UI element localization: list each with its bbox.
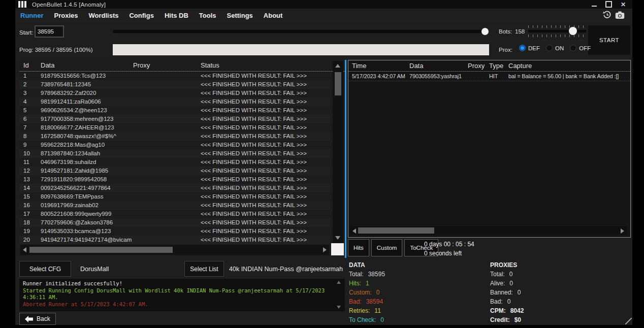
- prox-options: DEFONOFF: [519, 45, 591, 51]
- result-row[interactable]: 137291911820:9899542058<<< FINISHED WITH…: [19, 175, 330, 184]
- log-scroll-down-icon[interactable]: [337, 306, 341, 309]
- menu-item-proxies[interactable]: Proxies: [54, 12, 78, 19]
- start-slider-knob[interactable]: [481, 28, 489, 35]
- col-id: Id: [23, 60, 29, 71]
- prox-label: Prox:: [499, 47, 512, 53]
- results-header: Id Data Proxy Status: [19, 60, 345, 72]
- tab-custom[interactable]: Custom: [371, 239, 403, 256]
- result-row[interactable]: 39789683292:Zaf2020<<< FINISHED WITH RES…: [19, 89, 330, 97]
- scroll-left-icon[interactable]: [23, 247, 26, 252]
- horizontal-scroll-thumb[interactable]: [29, 247, 173, 253]
- maximize-icon[interactable]: [605, 1, 612, 8]
- menu-item-runner[interactable]: Runner: [20, 12, 44, 19]
- result-row[interactable]: 1918795315656:Tcs@123<<< FINISHED WITH R…: [19, 72, 330, 80]
- scroll-right-icon[interactable]: [621, 228, 624, 234]
- stat-proxies-bad: Bad:0: [490, 297, 524, 306]
- result-row[interactable]: 110469673198:suhailzd<<< FINISHED WITH R…: [19, 158, 330, 167]
- hits-horizontal-scrollbar[interactable]: [350, 226, 627, 235]
- scroll-down-icon[interactable]: [335, 236, 340, 240]
- scroll-left-icon[interactable]: [352, 228, 356, 234]
- back-button[interactable]: Back: [19, 313, 56, 325]
- result-row[interactable]: 49819912411:zaRa0606<<< FINISHED WITH RE…: [19, 97, 330, 106]
- panel-splitter[interactable]: [345, 60, 346, 258]
- col-type: Type: [489, 60, 503, 71]
- results-rows: 1918795315656:Tcs@123<<< FINISHED WITH R…: [19, 72, 330, 244]
- scroll-up-icon[interactable]: [335, 64, 340, 68]
- result-row[interactable]: 129149527181:Zahid@1985<<< FINISHED WITH…: [19, 167, 330, 175]
- history-icon[interactable]: [603, 11, 611, 19]
- result-row[interactable]: 78180066677:ZAHEER@123<<< FINISHED WITH …: [19, 123, 330, 132]
- menu-item-settings[interactable]: Settings: [227, 12, 253, 19]
- tab-hits[interactable]: Hits: [348, 239, 369, 256]
- col-proxy: Proxy: [468, 60, 485, 71]
- menu-item-configs[interactable]: Configs: [129, 12, 153, 19]
- menu-item-wordlists[interactable]: Wordlists: [88, 12, 118, 19]
- minimize-icon[interactable]: [592, 6, 597, 7]
- stat-proxies-alive: Alive:0: [490, 279, 524, 288]
- start-button[interactable]: START: [588, 25, 630, 55]
- remaining-time: 0 seconds left: [424, 249, 474, 258]
- back-label: Back: [37, 315, 50, 322]
- runner-log[interactable]: Runner initialized succesfully!Started R…: [19, 279, 345, 311]
- results-horizontal-scrollbar[interactable]: [20, 245, 329, 255]
- result-row[interactable]: 81672580748:qwaszx!@#$%^<<< FINISHED WIT…: [19, 132, 330, 141]
- results-vertical-scrollbar[interactable]: [333, 61, 343, 243]
- progress-bar: [113, 44, 489, 55]
- screenshot-icon[interactable]: [615, 11, 625, 19]
- result-row[interactable]: 187702759606:@Zakson3786<<< FINISHED WIT…: [19, 218, 330, 227]
- col-time: Time: [352, 60, 366, 71]
- start-position-slider[interactable]: [113, 30, 488, 33]
- prox-option-off[interactable]: OFF: [570, 45, 591, 51]
- bots-slider-knob[interactable]: [569, 27, 577, 35]
- result-row[interactable]: 99596228218:Mas@ag10<<< FINISHED WITH RE…: [19, 141, 330, 149]
- log-scroll-up-icon[interactable]: [337, 281, 341, 284]
- radio-icon[interactable]: [570, 45, 576, 51]
- select-list-button[interactable]: Select List: [184, 261, 224, 277]
- proxies-stats: PROXIES Total:0Alive:0Banned:0Bad:0CPM:8…: [490, 260, 524, 324]
- horizontal-scroll-thumb[interactable]: [358, 227, 434, 234]
- results-panel: Id Data Proxy Status 1918795315656:Tcs@1…: [19, 60, 345, 256]
- col-proxy: Proxy: [133, 60, 150, 71]
- result-row[interactable]: 69177000358:mehreen@123<<< FINISHED WITH…: [19, 115, 330, 123]
- stat-data-total: Total:38595: [349, 270, 385, 279]
- log-line: Aborted Runner at 5/17/2023 4:42:07 AM.: [23, 301, 333, 308]
- app-window: OpenBullet 1.4.5 [Anomaly] ✕ RunnerProxi…: [15, 0, 632, 325]
- hits-rows: 5/17/2023 4:42:07 AM7903055953:yashraj1H…: [348, 72, 630, 81]
- prox-option-on[interactable]: ON: [546, 45, 564, 51]
- radio-icon[interactable]: [546, 45, 553, 51]
- stat-data-hits: Hits:1: [349, 279, 385, 288]
- menu-item-hits-db[interactable]: Hits DB: [165, 12, 188, 19]
- data-stats-items: Total:38595Hits:1Custom:0Bad:38594Retrie…: [349, 270, 385, 324]
- col-data: Data: [409, 60, 423, 71]
- result-row[interactable]: 59690626534:Z@heen123<<< FINISHED WITH R…: [19, 106, 330, 115]
- hit-row[interactable]: 5/17/2023 4:42:07 AM7903055953:yashraj1H…: [348, 72, 630, 81]
- menu-item-tools[interactable]: Tools: [199, 12, 216, 19]
- bots-slider[interactable]: [528, 30, 586, 32]
- select-cfg-button[interactable]: Select CFG: [19, 261, 71, 277]
- result-row[interactable]: 199149535033:bcamca@123<<< FINISHED WITH…: [19, 227, 330, 236]
- progress-label: Prog: 38595 / 38595 (100%): [19, 47, 93, 53]
- result-row[interactable]: 1400923452566221:4977864<<< FINISHED WIT…: [19, 184, 330, 192]
- result-row[interactable]: 209419427174:9419427174@bvicam<<< FINISH…: [19, 236, 330, 244]
- result-row[interactable]: 158097638669:TEMPpass<<< FINISHED WITH R…: [19, 192, 330, 201]
- prox-option-def[interactable]: DEF: [519, 45, 540, 51]
- start-input[interactable]: [35, 25, 64, 38]
- scroll-right-icon[interactable]: [323, 247, 327, 252]
- col-capture: Capture: [508, 60, 532, 71]
- radio-icon[interactable]: [519, 45, 526, 51]
- hits-header: Time Data Proxy Type Capture: [348, 60, 630, 72]
- log-line: Started Running Config DorusMall with Wo…: [23, 287, 333, 301]
- vertical-scroll-thumb[interactable]: [335, 72, 341, 95]
- menu-item-about[interactable]: About: [264, 12, 283, 19]
- resize-grip-icon[interactable]: [625, 318, 632, 324]
- scroll-corner-grip[interactable]: [331, 243, 344, 255]
- result-row[interactable]: 108713987840:1234allah<<< FINISHED WITH …: [19, 149, 330, 158]
- result-row[interactable]: 178005221608:999qwerty999<<< FINISHED WI…: [19, 210, 330, 218]
- result-row[interactable]: 27389765481:12345<<< FINISHED WITH RESUL…: [19, 80, 330, 89]
- data-stats-title: DATA: [349, 260, 385, 270]
- menu-icons: [603, 11, 625, 19]
- close-icon[interactable]: ✕: [621, 2, 626, 8]
- result-row[interactable]: 160196917969:zainab02<<< FINISHED WITH R…: [19, 201, 330, 210]
- stat-proxies-banned: Banned:0: [490, 288, 524, 297]
- elapsed-time: 0 days 00 : 05 : 54: [424, 240, 474, 249]
